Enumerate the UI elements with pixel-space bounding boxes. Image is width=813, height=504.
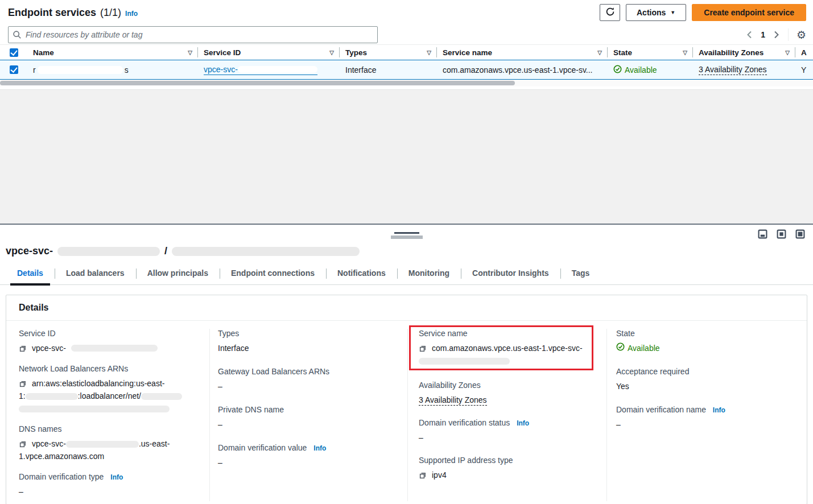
redacted-text bbox=[26, 393, 78, 400]
column-header-name[interactable]: Name ▽ bbox=[27, 45, 198, 60]
row-checkbox[interactable] bbox=[10, 65, 18, 74]
row-service-id-cell: vpce-svc- bbox=[198, 65, 340, 75]
column-header-availability-zones[interactable]: Availability Zones ▽ bbox=[693, 45, 795, 60]
row-types-cell: Interface bbox=[340, 65, 437, 75]
field-types: Types Interface bbox=[218, 329, 398, 354]
availability-zones-popover[interactable]: 3 Availability Zones bbox=[699, 65, 767, 75]
redacted-text bbox=[38, 66, 123, 74]
sort-icon[interactable]: ▽ bbox=[683, 49, 687, 56]
column-header-state[interactable]: State ▽ bbox=[608, 45, 693, 60]
field-private-dns-name: Private DNS name – bbox=[218, 405, 398, 431]
details-card: Details Service ID vpce-svc- bbox=[6, 295, 807, 504]
horizontal-scrollbar bbox=[0, 80, 813, 86]
chevron-down-icon: ▼ bbox=[670, 10, 675, 15]
redacted-text bbox=[71, 345, 158, 352]
panel-position-bottom-icon[interactable] bbox=[758, 229, 767, 239]
panel-maximize-icon[interactable] bbox=[795, 229, 805, 239]
field-dns-names: DNS names vpce-svc-.us-east- 1.vpce.amaz… bbox=[19, 424, 200, 462]
row-checkbox-cell bbox=[0, 65, 27, 74]
service-id-link[interactable]: vpce-svc- bbox=[204, 65, 317, 75]
column-header-service-id[interactable]: Service ID ▽ bbox=[198, 45, 340, 60]
panel-title: vpce-svc- / bbox=[0, 225, 813, 257]
check-circle-icon bbox=[616, 342, 625, 354]
row-state-cell: Available bbox=[608, 65, 693, 75]
info-link[interactable]: Info bbox=[110, 473, 123, 481]
tab-notifications[interactable]: Notifications bbox=[326, 265, 397, 284]
copy-icon[interactable] bbox=[419, 345, 427, 353]
tab-details[interactable]: Details bbox=[6, 265, 55, 284]
pagination: 1 ⚙ bbox=[746, 28, 806, 41]
details-column-1: Service ID vpce-svc- Network Load Balanc… bbox=[6, 329, 210, 501]
status-badge: Available bbox=[613, 65, 657, 75]
resource-count: (1/1) bbox=[100, 7, 121, 19]
tab-contributor-insights[interactable]: Contributor Insights bbox=[461, 265, 560, 284]
refresh-button[interactable] bbox=[600, 4, 620, 21]
prev-page-icon[interactable] bbox=[746, 31, 753, 39]
column-header-types[interactable]: Types ▽ bbox=[340, 45, 437, 60]
search-box bbox=[8, 26, 378, 43]
search-icon bbox=[13, 30, 22, 41]
column-header-acceptance[interactable]: A bbox=[795, 45, 813, 60]
refresh-icon bbox=[605, 7, 615, 18]
list-section: Endpoint services (1/1) Info Actions ▼ C… bbox=[0, 0, 813, 86]
check-circle-icon bbox=[613, 65, 622, 75]
field-domain-verification-type: Domain verification type Info – bbox=[19, 472, 200, 498]
sort-icon[interactable]: ▽ bbox=[785, 49, 790, 56]
row-acceptance-cell: Y bbox=[795, 65, 813, 75]
copy-icon[interactable] bbox=[19, 345, 27, 353]
details-column-2: Types Interface Gateway Load Balancers A… bbox=[210, 329, 408, 501]
search-input[interactable] bbox=[8, 26, 378, 43]
tab-endpoint-connections[interactable]: Endpoint connections bbox=[220, 265, 326, 284]
details-column-3: Service name com.amazonaws.vpce.us-east-… bbox=[408, 329, 607, 501]
header-info-link[interactable]: Info bbox=[125, 10, 138, 18]
field-domain-verification-value: Domain verification value Info – bbox=[218, 443, 398, 469]
info-link[interactable]: Info bbox=[517, 419, 529, 427]
split-panel-drag-handle[interactable] bbox=[391, 232, 423, 239]
redacted-text bbox=[238, 66, 317, 73]
select-all-checkbox-cell bbox=[0, 45, 27, 60]
panel-tabs: Details Load balancers Allow principals … bbox=[0, 265, 813, 285]
tab-load-balancers[interactable]: Load balancers bbox=[55, 265, 136, 284]
actions-button[interactable]: Actions ▼ bbox=[626, 4, 686, 21]
page-number[interactable]: 1 bbox=[761, 30, 765, 39]
divider bbox=[788, 28, 789, 41]
list-toolbar: 1 ⚙ bbox=[0, 25, 813, 44]
split-panel-controls bbox=[758, 229, 805, 239]
details-column-4: State Available Acceptance required bbox=[607, 329, 807, 501]
panel-position-side-icon[interactable] bbox=[777, 229, 786, 239]
copy-icon[interactable] bbox=[19, 440, 27, 448]
content-background bbox=[0, 89, 813, 224]
select-all-checkbox[interactable] bbox=[10, 48, 18, 57]
sort-icon[interactable]: ▽ bbox=[427, 49, 431, 56]
field-service-name: Service name com.amazonaws.vpce.us-east-… bbox=[419, 329, 597, 367]
preferences-gear-icon[interactable]: ⚙ bbox=[797, 30, 806, 40]
field-gateway-arns: Gateway Load Balancers ARNs – bbox=[218, 367, 398, 393]
tab-tags[interactable]: Tags bbox=[560, 265, 601, 284]
copy-icon[interactable] bbox=[419, 472, 427, 480]
horizontal-scrollbar-thumb[interactable] bbox=[0, 81, 515, 85]
page-title: Endpoint services bbox=[8, 7, 96, 19]
info-link[interactable]: Info bbox=[313, 444, 326, 452]
page-header: Endpoint services (1/1) Info Actions ▼ C… bbox=[0, 0, 813, 25]
column-header-service-name[interactable]: Service name ▽ bbox=[437, 45, 608, 60]
field-supported-ip-type: Supported IP address type ipv4 bbox=[419, 456, 597, 481]
redacted-text bbox=[419, 358, 510, 365]
table-row[interactable]: r s vpce-svc- Interface com.amazonaws.vp… bbox=[0, 60, 813, 80]
copy-icon[interactable] bbox=[19, 380, 27, 388]
field-domain-verification-status: Domain verification status Info – bbox=[419, 418, 597, 444]
sort-icon[interactable]: ▽ bbox=[597, 49, 602, 56]
sort-icon[interactable]: ▽ bbox=[188, 49, 192, 56]
sort-icon[interactable]: ▽ bbox=[329, 49, 334, 56]
next-page-icon[interactable] bbox=[773, 31, 780, 39]
field-nlb-arns: Network Load Balancers ARNs arn:aws:elas… bbox=[19, 364, 200, 415]
field-availability-zones: Availability Zones 3 Availability Zones bbox=[419, 381, 597, 406]
create-endpoint-service-button[interactable]: Create endpoint service bbox=[692, 4, 806, 21]
availability-zones-popover[interactable]: 3 Availability Zones bbox=[419, 395, 487, 406]
endpoint-services-page: Endpoint services (1/1) Info Actions ▼ C… bbox=[0, 0, 813, 504]
redacted-text bbox=[66, 441, 139, 448]
endpoint-services-table: Name ▽ Service ID ▽ Types ▽ Service name… bbox=[0, 44, 813, 80]
tab-allow-principals[interactable]: Allow principals bbox=[136, 265, 220, 284]
field-domain-verification-name: Domain verification name Info – bbox=[616, 405, 798, 431]
tab-monitoring[interactable]: Monitoring bbox=[397, 265, 461, 284]
info-link[interactable]: Info bbox=[713, 406, 725, 414]
